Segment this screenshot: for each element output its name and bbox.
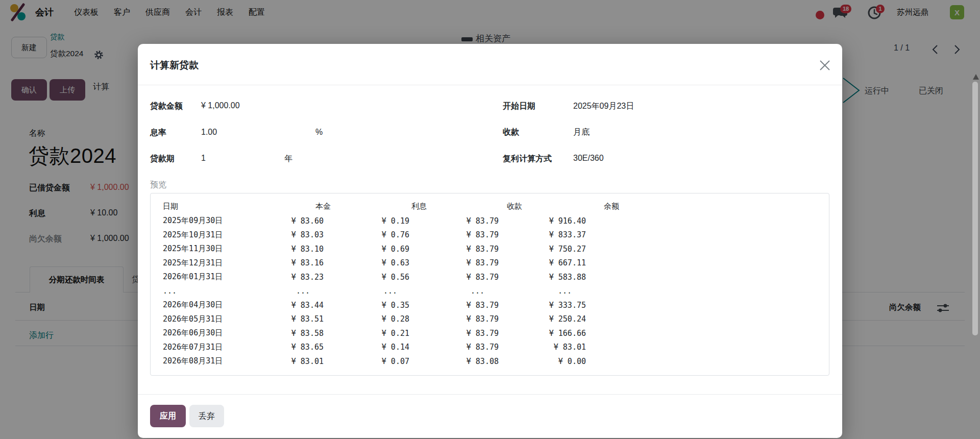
cell-balance: ¥ 250.24 [522,312,619,327]
discard-button[interactable]: 丢弃 [189,405,224,427]
preview-row: 2025年12月31日 ¥ 83.16 ¥ 0.63 ¥ 83.79 ¥ 667… [151,256,829,271]
cell-balance: ¥ 916.40 [522,214,619,228]
cell-interest: ¥ 0.56 [331,270,427,284]
cell-principal: ¥ 83.44 [265,298,331,312]
percent-suffix: % [315,128,323,137]
preview-row: 2025年11月30日 ¥ 83.10 ¥ 0.69 ¥ 83.79 ¥ 750… [151,242,829,256]
preview-row: 2026年05月31日 ¥ 83.51 ¥ 0.28 ¥ 83.79 ¥ 250… [151,312,829,327]
cell-principal: ¥ 83.51 [265,312,331,327]
apply-button[interactable]: 应用 [150,405,186,427]
amortization-preview-table: 日期 本金 利息 收款 余额 2025年09月30日 ¥ 83.60 ¥ 0.1… [151,199,829,369]
cell-date: 2025年12月31日 [151,256,265,271]
dialog-footer-divider [138,394,842,395]
cell-principal: ¥ 83.03 [265,228,331,242]
loan-term-label: 贷款期 [150,154,175,164]
preview-row: 2026年07月31日 ¥ 83.65 ¥ 0.14 ¥ 83.79 ¥ 83.… [151,340,829,355]
cell-payment: ¥ 83.79 [427,214,522,228]
cell-interest: ¥ 0.35 [331,298,427,312]
preview-table-box: 日期 本金 利息 收款 余额 2025年09月30日 ¥ 83.60 ¥ 0.1… [150,193,829,376]
cell-interest: ... [331,284,427,299]
cell-date: 2026年01月31日 [151,270,265,284]
day-count-value[interactable]: 30E/360 [573,154,604,163]
cell-principal: ¥ 83.10 [265,242,331,256]
cell-principal: ¥ 83.16 [265,256,331,271]
scrollbar-up-arrow-icon[interactable] [973,74,979,80]
cell-balance: ¥ 166.66 [522,326,619,340]
compute-loan-dialog: 计算新贷款 贷款金额 ¥ 1,000.00 息率 1.00 % 贷款期 1 年 … [138,44,842,438]
cell-principal: ¥ 83.65 [265,340,331,355]
cell-balance: ¥ 667.11 [522,256,619,271]
cell-interest: ¥ 0.76 [331,228,427,242]
loan-amount-label: 贷款金额 [150,101,183,112]
loan-term-value[interactable]: 1 [201,154,206,163]
cell-interest: ¥ 0.07 [331,354,427,369]
cell-principal: ¥ 83.23 [265,270,331,284]
cell-payment: ¥ 83.79 [427,298,522,312]
loan-amount-value[interactable]: ¥ 1,000.00 [201,101,240,110]
start-date-value[interactable]: 2025年09月23日 [573,101,634,112]
years-suffix: 年 [284,154,292,164]
cell-principal: ... [265,284,331,299]
cell-date: ... [151,284,265,299]
cell-payment: ¥ 83.79 [427,312,522,327]
payment-label: 收款 [503,127,519,138]
preview-row: 2026年08月31日 ¥ 83.01 ¥ 0.07 ¥ 83.08 ¥ 0.0… [151,354,829,369]
scrollbar-thumb[interactable] [972,82,978,335]
payment-value[interactable]: 月底 [573,127,590,138]
cell-payment: ¥ 83.79 [427,256,522,271]
cell-date: 2026年05月31日 [151,312,265,327]
cell-interest: ¥ 0.19 [331,214,427,228]
cell-date: 2026年04月30日 [151,298,265,312]
start-date-label: 开始日期 [503,101,535,112]
cell-balance: ¥ 0.00 [522,354,619,369]
cell-interest: ¥ 0.14 [331,340,427,355]
cell-interest: ¥ 0.28 [331,312,427,327]
preview-row: 2025年09月30日 ¥ 83.60 ¥ 0.19 ¥ 83.79 ¥ 916… [151,214,829,228]
cell-principal: ¥ 83.60 [265,214,331,228]
cell-balance: ¥ 750.27 [522,242,619,256]
day-count-label: 复利计算方式 [503,154,552,164]
preview-row: ... ... ... ... ... [151,284,829,299]
cell-balance: ¥ 583.88 [522,270,619,284]
preview-row: 2025年10月31日 ¥ 83.03 ¥ 0.76 ¥ 83.79 ¥ 833… [151,228,829,242]
cell-balance: ... [522,284,619,299]
dialog-header-divider [138,85,842,85]
cell-date: 2025年09月30日 [151,214,265,228]
cell-payment: ... [427,284,522,299]
cell-payment: ¥ 83.79 [427,242,522,256]
cell-payment: ¥ 83.79 [427,340,522,355]
cell-payment: ¥ 83.79 [427,326,522,340]
cell-principal: ¥ 83.58 [265,326,331,340]
preview-row: 2026年06月30日 ¥ 83.58 ¥ 0.21 ¥ 83.79 ¥ 166… [151,326,829,340]
cell-date: 2025年11月30日 [151,242,265,256]
cell-date: 2026年06月30日 [151,326,265,340]
close-button[interactable] [816,56,834,75]
dialog-title: 计算新贷款 [150,59,199,72]
preview-row: 2026年01月31日 ¥ 83.23 ¥ 0.56 ¥ 83.79 ¥ 583… [151,270,829,284]
cell-interest: ¥ 0.21 [331,326,427,340]
close-icon [819,59,831,71]
preview-header-row: 日期 本金 利息 收款 余额 [151,199,829,214]
col-date: 日期 [151,199,265,214]
cell-date: 2026年07月31日 [151,340,265,355]
cell-payment: ¥ 83.08 [427,354,522,369]
col-balance: 余额 [522,199,619,214]
cell-balance: ¥ 333.75 [522,298,619,312]
cell-payment: ¥ 83.79 [427,228,522,242]
cell-interest: ¥ 0.63 [331,256,427,271]
interest-rate-value[interactable]: 1.00 [201,128,217,137]
cell-principal: ¥ 83.01 [265,354,331,369]
cell-balance: ¥ 833.37 [522,228,619,242]
cell-date: 2026年08月31日 [151,354,265,369]
preview-row: 2026年04月30日 ¥ 83.44 ¥ 0.35 ¥ 83.79 ¥ 333… [151,298,829,312]
cell-balance: ¥ 83.01 [522,340,619,355]
col-payment: 收款 [427,199,522,214]
cell-date: 2025年10月31日 [151,228,265,242]
preview-label: 预览 [150,180,166,190]
col-interest: 利息 [331,199,427,214]
interest-rate-label: 息率 [150,128,166,138]
col-principal: 本金 [265,199,331,214]
cell-interest: ¥ 0.69 [331,242,427,256]
cell-payment: ¥ 83.79 [427,270,522,284]
